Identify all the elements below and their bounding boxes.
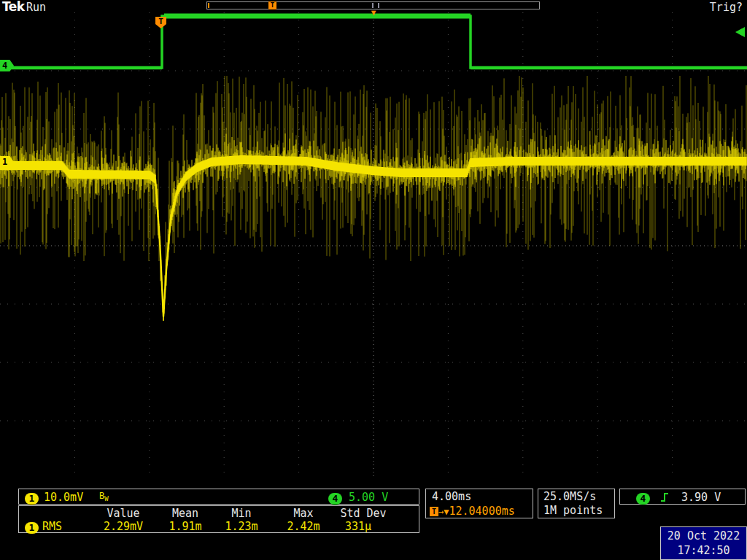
measurement-table: Value Mean Min Max Std Dev 1 RMS 2.29mV … xyxy=(18,505,419,533)
tek-logo: Tek xyxy=(2,0,25,13)
meas-value: 2.29mV xyxy=(104,521,143,532)
meas-name[interactable]: RMS xyxy=(42,520,62,533)
trigger-delay-arrows-icon: →▼ xyxy=(438,507,449,517)
meas-header-max: Max xyxy=(293,508,313,519)
oscilloscope-screen: Tek Run Trig? T ▼ 4 1 T 1 10.0mV BW 4 5.… xyxy=(0,0,747,560)
meas-mean: 1.91m xyxy=(169,521,201,532)
horizontal-readout[interactable]: 4.00ms T→▼12.04000ms xyxy=(425,489,533,518)
datetime-box: 20 Oct 2022 17:42:50 xyxy=(660,526,747,560)
meas-header-min: Min xyxy=(231,508,251,519)
ch1-badge[interactable]: 1 xyxy=(25,493,39,505)
sample-rate: 25.0MS/s xyxy=(543,490,596,503)
trigger-source-badge: 4 xyxy=(636,493,650,505)
trigger-delay-t-icon: T xyxy=(430,507,438,516)
record-trigger-marker[interactable]: T xyxy=(268,1,276,9)
ch1-scale[interactable]: 10.0mV xyxy=(44,491,83,504)
meas-max: 2.42m xyxy=(287,521,320,532)
acquisition-readout: 25.0MS/s 1M points xyxy=(538,489,615,518)
channel-readouts: 1 10.0mV BW 4 5.00 V xyxy=(18,489,419,505)
trigger-level-arrow-icon[interactable] xyxy=(735,27,745,37)
date-label: 20 Oct 2022 xyxy=(661,529,746,542)
record-window-tick-right xyxy=(378,3,379,8)
meas-header-stddev: Std Dev xyxy=(340,508,386,519)
record-length: 1M points xyxy=(543,504,603,517)
meas-min: 1.23m xyxy=(225,521,258,532)
table-row: 1 xyxy=(25,520,39,534)
acquisition-status: Run xyxy=(26,1,46,14)
trigger-level: 3.90 V xyxy=(681,491,721,504)
trigger-status: Trig? xyxy=(710,1,743,14)
timebase-scale: 4.00ms xyxy=(432,490,471,503)
meas-ch1-badge: 1 xyxy=(25,522,39,534)
meas-header-value: Value xyxy=(107,508,139,519)
trigger-readout[interactable]: 4 3.90 V xyxy=(619,489,746,505)
record-window-tick-left xyxy=(372,3,374,8)
expansion-point-icon: ▼ xyxy=(371,9,376,17)
record-start-tick xyxy=(208,3,209,8)
time-label: 17:42:50 xyxy=(661,544,746,557)
bandwidth-limit-icon: BW xyxy=(99,491,109,502)
ch4-badge[interactable]: 4 xyxy=(328,493,342,505)
meas-stddev: 331µ xyxy=(345,521,371,532)
meas-header-mean: Mean xyxy=(172,508,198,519)
trigger-delay-value: 12.04000ms xyxy=(449,505,514,518)
ch4-scale[interactable]: 5.00 V xyxy=(349,491,388,504)
waveform-display xyxy=(0,0,747,560)
slope-rising-icon xyxy=(659,491,670,503)
